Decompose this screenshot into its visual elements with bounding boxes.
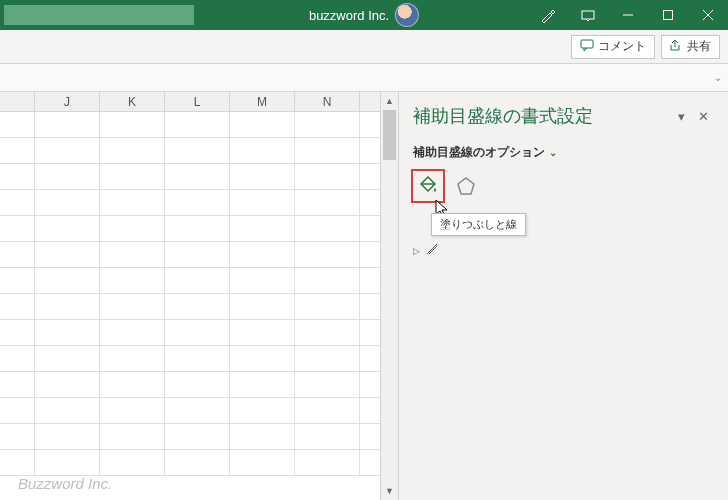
ribbon-display-icon[interactable]: [568, 0, 608, 30]
scroll-track[interactable]: [381, 110, 398, 482]
cell[interactable]: [35, 242, 100, 267]
cell[interactable]: [35, 216, 100, 241]
cell[interactable]: [35, 268, 100, 293]
cell[interactable]: [0, 320, 35, 345]
search-or-pen-icon[interactable]: [528, 0, 568, 30]
cell[interactable]: [165, 424, 230, 449]
cell[interactable]: [165, 372, 230, 397]
column-header[interactable]: [0, 92, 35, 111]
cell[interactable]: [35, 294, 100, 319]
share-button[interactable]: 共有: [661, 35, 720, 59]
cell[interactable]: [100, 294, 165, 319]
cell[interactable]: [295, 372, 360, 397]
vertical-scrollbar[interactable]: ▲ ▼: [380, 92, 398, 500]
cell[interactable]: [230, 346, 295, 371]
cell[interactable]: [295, 320, 360, 345]
cell[interactable]: [100, 190, 165, 215]
cell[interactable]: [230, 112, 295, 137]
cell[interactable]: [35, 372, 100, 397]
pane-dropdown-icon[interactable]: ▾: [670, 105, 692, 127]
cell[interactable]: [0, 164, 35, 189]
cell[interactable]: [0, 138, 35, 163]
cell[interactable]: [100, 424, 165, 449]
cell[interactable]: [165, 294, 230, 319]
worksheet[interactable]: JKLMN Buzzword Inc.: [0, 92, 380, 500]
close-button[interactable]: [688, 0, 728, 30]
line-section[interactable]: ▷ 線: [413, 243, 714, 258]
cell[interactable]: [165, 320, 230, 345]
cell[interactable]: [230, 138, 295, 163]
cell[interactable]: [165, 190, 230, 215]
cell[interactable]: [295, 450, 360, 475]
cell[interactable]: [165, 112, 230, 137]
pane-options-dropdown[interactable]: 補助目盛線のオプション ⌄: [413, 144, 714, 161]
cell[interactable]: [165, 268, 230, 293]
cell[interactable]: [295, 346, 360, 371]
cell[interactable]: [295, 424, 360, 449]
cell[interactable]: [230, 216, 295, 241]
cell[interactable]: [35, 164, 100, 189]
cell[interactable]: [165, 346, 230, 371]
cell[interactable]: [295, 112, 360, 137]
cell[interactable]: [230, 242, 295, 267]
fill-line-tab[interactable]: [413, 171, 443, 201]
cell[interactable]: [0, 112, 35, 137]
maximize-button[interactable]: [648, 0, 688, 30]
cell[interactable]: [35, 138, 100, 163]
cell[interactable]: [35, 424, 100, 449]
cell[interactable]: [35, 450, 100, 475]
expand-ribbon-icon[interactable]: ⌄: [714, 72, 722, 83]
cell[interactable]: [100, 398, 165, 423]
scroll-up-icon[interactable]: ▲: [381, 92, 398, 110]
grid[interactable]: [0, 112, 380, 476]
cell[interactable]: [35, 190, 100, 215]
comment-button[interactable]: コメント: [571, 35, 655, 59]
cell[interactable]: [35, 112, 100, 137]
cell[interactable]: [100, 164, 165, 189]
cell[interactable]: [0, 294, 35, 319]
column-header[interactable]: K: [100, 92, 165, 111]
column-header[interactable]: N: [295, 92, 360, 111]
cell[interactable]: [230, 164, 295, 189]
cell[interactable]: [295, 398, 360, 423]
cell[interactable]: [295, 138, 360, 163]
cell[interactable]: [100, 216, 165, 241]
cell[interactable]: [0, 346, 35, 371]
cell[interactable]: [100, 346, 165, 371]
cell[interactable]: [230, 190, 295, 215]
cell[interactable]: [35, 320, 100, 345]
cell[interactable]: [100, 372, 165, 397]
column-header[interactable]: M: [230, 92, 295, 111]
cell[interactable]: [100, 450, 165, 475]
cell[interactable]: [165, 242, 230, 267]
cell[interactable]: [295, 216, 360, 241]
cell[interactable]: [295, 242, 360, 267]
cell[interactable]: [230, 372, 295, 397]
cell[interactable]: [165, 138, 230, 163]
cell[interactable]: [230, 268, 295, 293]
effects-tab[interactable]: [451, 171, 481, 201]
cell[interactable]: [230, 294, 295, 319]
cell[interactable]: [165, 216, 230, 241]
cell[interactable]: [0, 424, 35, 449]
scroll-thumb[interactable]: [383, 110, 396, 160]
cell[interactable]: [295, 190, 360, 215]
cell[interactable]: [165, 164, 230, 189]
cell[interactable]: [100, 268, 165, 293]
cell[interactable]: [35, 346, 100, 371]
cell[interactable]: [295, 294, 360, 319]
cell[interactable]: [0, 190, 35, 215]
cell[interactable]: [165, 398, 230, 423]
cell[interactable]: [0, 398, 35, 423]
cell[interactable]: [230, 450, 295, 475]
cell[interactable]: [295, 164, 360, 189]
column-header[interactable]: J: [35, 92, 100, 111]
cell[interactable]: [230, 320, 295, 345]
cell[interactable]: [0, 268, 35, 293]
cell[interactable]: [0, 242, 35, 267]
pane-close-button[interactable]: ✕: [692, 105, 714, 127]
cell[interactable]: [230, 398, 295, 423]
cell[interactable]: [35, 398, 100, 423]
cell[interactable]: [100, 320, 165, 345]
column-header[interactable]: L: [165, 92, 230, 111]
